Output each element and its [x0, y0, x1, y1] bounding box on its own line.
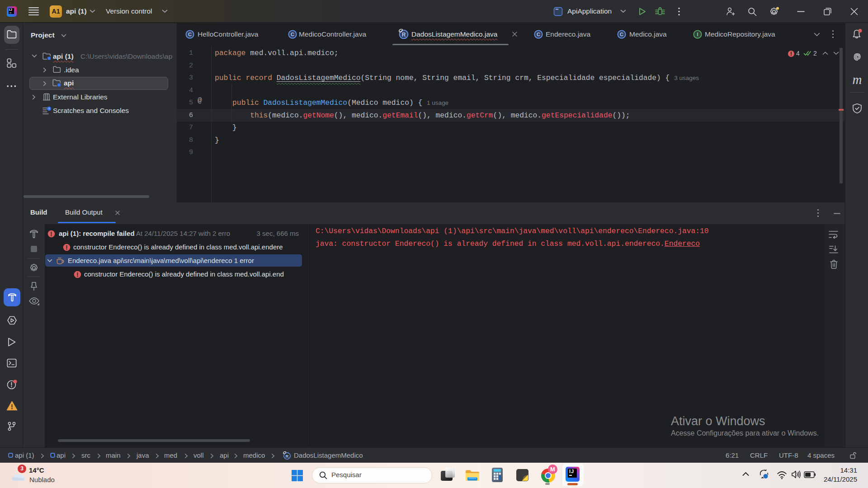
- svg-text:C: C: [188, 32, 192, 37]
- svg-text:C: C: [537, 32, 540, 37]
- svg-text:C: C: [620, 32, 623, 37]
- svg-text:C: C: [291, 32, 294, 37]
- svg-text:R: R: [402, 32, 406, 38]
- svg-text:I: I: [697, 32, 698, 37]
- svg-text:R: R: [286, 454, 289, 459]
